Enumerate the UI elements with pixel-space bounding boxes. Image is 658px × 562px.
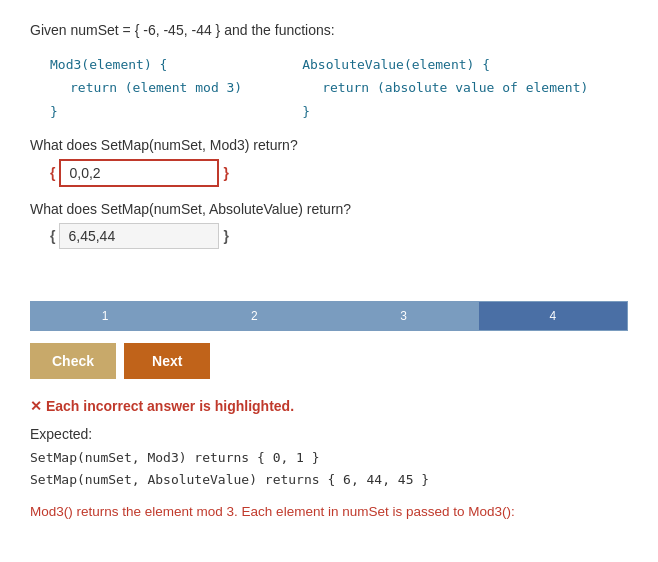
progress-segment-2: 2: [180, 302, 329, 330]
answer2-open: {: [50, 228, 55, 244]
feedback-error-line: ✕ Each incorrect answer is highlighted.: [30, 395, 628, 419]
check-button[interactable]: Check: [30, 343, 116, 379]
intro-text: Given numSet = { -6, -45, -44 } and the …: [30, 20, 628, 41]
x-mark-icon: ✕: [30, 398, 46, 414]
progress-bar: 1 2 3 4: [30, 301, 628, 331]
func2-signature: AbsoluteValue(element) {: [302, 53, 588, 76]
progress-segment-1: 1: [31, 302, 180, 330]
progress-segment-4: 4: [479, 302, 627, 330]
func2-body: return (absolute value of element): [322, 76, 588, 99]
buttons-row: Check Next: [30, 343, 628, 379]
func1-signature: Mod3(element) {: [50, 53, 242, 76]
feedback-note: Mod3() returns the element mod 3. Each e…: [30, 501, 628, 524]
question2-text: What does SetMap(numSet, AbsoluteValue) …: [30, 201, 628, 217]
answer1-open: {: [50, 165, 55, 181]
func1-body: return (element mod 3): [70, 76, 242, 99]
answer1-input[interactable]: [59, 159, 219, 187]
answer2-input[interactable]: [59, 223, 219, 249]
func1-close: }: [50, 100, 242, 123]
question1-text: What does SetMap(numSet, Mod3) return?: [30, 137, 628, 153]
problem-container: Given numSet = { -6, -45, -44 } and the …: [30, 20, 628, 524]
answer1-close: }: [223, 165, 228, 181]
func2-close: }: [302, 100, 588, 123]
feedback-section: ✕ Each incorrect answer is highlighted. …: [30, 395, 628, 524]
feedback-line2: SetMap(numSet, AbsoluteValue) returns { …: [30, 469, 628, 491]
progress-segment-3: 3: [330, 302, 479, 330]
feedback-expected-label: Expected:: [30, 423, 628, 447]
answer1-row: { }: [50, 159, 628, 187]
next-button[interactable]: Next: [124, 343, 210, 379]
func2-block: AbsoluteValue(element) { return (absolut…: [302, 53, 588, 123]
answer2-close: }: [223, 228, 228, 244]
feedback-line1: SetMap(numSet, Mod3) returns { 0, 1 }: [30, 447, 628, 469]
feedback-error-text: Each incorrect answer is highlighted.: [46, 398, 294, 414]
func1-block: Mod3(element) { return (element mod 3) }: [50, 53, 242, 123]
answer2-row: { }: [50, 223, 628, 249]
code-block: Mod3(element) { return (element mod 3) }…: [50, 53, 628, 123]
